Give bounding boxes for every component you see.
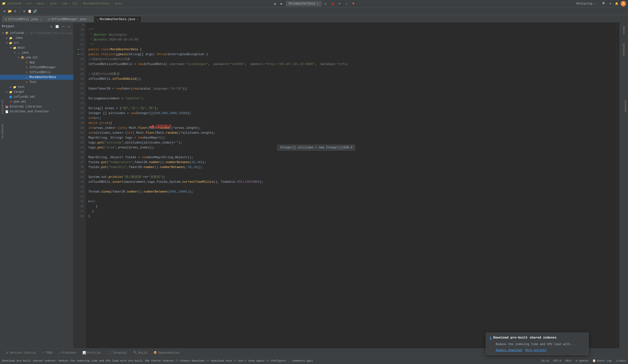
sidebar-close-icon[interactable]: ✕ bbox=[67, 24, 72, 29]
folder-tree-icon[interactable]: 📂 bbox=[7, 9, 12, 14]
gear-icon[interactable]: ⚙ bbox=[22, 9, 27, 14]
ln-30: 30 bbox=[76, 126, 84, 131]
java-folder-icon: ☕ bbox=[17, 51, 21, 55]
branch-text: main bbox=[620, 359, 626, 362]
user-avatar[interactable]: A bbox=[621, 1, 626, 6]
btab-build-icon: 🔨 bbox=[133, 351, 137, 355]
tree-item-influxdbutil[interactable]: J InfluxDBUtil bbox=[0, 70, 73, 75]
visualgc-panel-tab[interactable]: VisualGC bbox=[623, 98, 628, 114]
settings-button[interactable]: ⚙ bbox=[608, 1, 613, 6]
right-side-panels: VisualGC bbox=[623, 98, 628, 114]
database-panel-tab[interactable]: Database bbox=[621, 41, 626, 58]
tree-item-target[interactable]: ▶ 📁 target bbox=[0, 89, 73, 94]
copy-icon[interactable]: 📋 bbox=[27, 9, 32, 14]
event-log-label: Event Log bbox=[597, 359, 611, 362]
tab-influxdbmanager[interactable]: J InfluxDBManager.java ✕ bbox=[45, 16, 93, 22]
tab-mockweatherdata[interactable]: ☁ MockWeatherData.java ✕ bbox=[94, 16, 142, 22]
notif-more-actions[interactable]: More actions bbox=[525, 349, 546, 352]
run-gutter-icon-15[interactable]: ▶ bbox=[78, 52, 79, 57]
tree-item-mockweatherdata[interactable]: ☁ MockWeatherData bbox=[0, 75, 73, 80]
breadcrumb-text: influxdb – src – main – java – com – djt… bbox=[7, 2, 122, 5]
status-event-log[interactable]: 📋 Event Log bbox=[592, 359, 611, 362]
tree-item-test-folder[interactable]: ▶ 📁 test bbox=[0, 85, 73, 89]
tab-close-button[interactable]: ✕ bbox=[88, 18, 90, 21]
line-sep-text: CRLF bbox=[565, 359, 572, 362]
run-button[interactable]: ▶ bbox=[323, 1, 328, 6]
code-line-9 bbox=[88, 23, 614, 27]
coverage-button[interactable]: ☂ bbox=[337, 1, 342, 6]
tree-item-influxdbiml[interactable]: 🔷 influxdb.iml bbox=[0, 94, 73, 99]
right-gutter-scrollbar[interactable] bbox=[616, 23, 619, 348]
tree-item-test[interactable]: J Test bbox=[0, 80, 73, 85]
code-line-24: String measurement = "weather"; bbox=[88, 96, 614, 101]
tree-item-comdyt[interactable]: ▼ 📦 com.djt bbox=[0, 55, 73, 60]
stop-button[interactable]: ■ bbox=[351, 1, 356, 6]
tree-item-idea[interactable]: ▶ 📁 .idea bbox=[0, 36, 73, 40]
sidebar-gear-icon[interactable]: ⚙ bbox=[49, 24, 54, 29]
forward-button[interactable]: ▶ bbox=[279, 1, 284, 6]
btab-problems[interactable]: ⚠ Problems bbox=[56, 350, 79, 356]
breadcrumb: 📁 influxdb – src – main – java – com – d… bbox=[2, 2, 122, 5]
collapse-icon[interactable]: ⊟ bbox=[13, 9, 18, 14]
code-content[interactable]: /** * @author dajiangtai * @create 2020-… bbox=[86, 23, 616, 348]
notifications-button[interactable]: 🔔 bbox=[614, 1, 619, 6]
settings-icon[interactable]: ⚙ bbox=[2, 9, 7, 14]
debug-button[interactable]: 🐞 bbox=[330, 1, 335, 6]
tree-item-java[interactable]: ▼ ☕ java bbox=[0, 50, 73, 55]
toolbar-center: ◀ ▶ MockWeatherData ▾ ▶ 🐞 ☂ ⚡ ■ bbox=[272, 1, 356, 6]
back-button[interactable]: ◀ bbox=[272, 1, 277, 6]
indent-text: 4 spaces bbox=[575, 359, 588, 362]
run-gutter-icon-14[interactable]: ▶ bbox=[78, 47, 79, 52]
btab-profiler-icon: 📊 bbox=[82, 351, 86, 355]
ln-17: 17 bbox=[76, 62, 84, 67]
ln-21: 21 bbox=[76, 81, 84, 86]
status-line-sep[interactable]: CRLF bbox=[565, 359, 572, 362]
tree-item-main[interactable]: ▼ 📁 main bbox=[0, 45, 73, 50]
tree-item-app[interactable]: J App bbox=[0, 60, 73, 65]
ln-24: 24 bbox=[76, 96, 84, 101]
btab-version-control[interactable]: ⎇ Version Control bbox=[2, 350, 39, 356]
tab-close-button[interactable]: ✕ bbox=[40, 18, 41, 21]
bookmarks-panel-tab[interactable]: Bookmarks bbox=[0, 123, 5, 140]
tree-item-influxdb[interactable]: ▼ 📦 influxdb E:\学习\智能保障数\代码\influxdb bbox=[0, 31, 73, 36]
status-indent[interactable]: 4 spaces bbox=[575, 359, 588, 362]
sidebar-expand-icon[interactable]: ⬜ bbox=[55, 24, 60, 29]
link-icon[interactable]: 🔗 bbox=[33, 9, 38, 14]
code-line-31: int altitudes_index= (int) Math.floor(Ma… bbox=[88, 131, 614, 135]
code-line-28: int k=1; bbox=[88, 116, 614, 121]
run-config[interactable]: MockWeatherData ▾ bbox=[286, 1, 321, 6]
code-line-14: public class MockWeatherData { bbox=[88, 47, 614, 52]
tree-item-external-libraries[interactable]: ▶ 📚 External Libraries bbox=[0, 104, 73, 109]
btab-terminal[interactable]: ⬛ Terminal bbox=[105, 350, 130, 356]
tab-influxdbutil[interactable]: J InfluxDBUtil.java ✕ bbox=[2, 16, 45, 22]
ln-11: 11 bbox=[76, 32, 84, 37]
structure-panel-tab[interactable]: Structure bbox=[0, 98, 5, 116]
tree-arrow: ▼ bbox=[13, 52, 17, 54]
btab-todo[interactable]: ✓ TODO bbox=[40, 350, 56, 356]
ln-45: 45 bbox=[76, 199, 84, 204]
tree-item-pomxml[interactable]: M pom.xml bbox=[0, 99, 73, 104]
btab-dependencies[interactable]: 📦 Dependencies bbox=[151, 350, 182, 356]
sidebar-collapse-icon[interactable]: ➖ bbox=[61, 24, 66, 29]
ln-10: 10 bbox=[76, 27, 84, 32]
ln-9: 9 bbox=[76, 23, 84, 27]
tree-item-scratches[interactable]: 📄 Scratches and Consoles bbox=[0, 109, 73, 114]
profile-button[interactable]: ⚡ bbox=[344, 1, 349, 6]
tab-mock-icon: ☁ bbox=[97, 18, 99, 21]
btab-profiler[interactable]: 📊 Profiler bbox=[79, 350, 105, 356]
search-button[interactable]: 🔍 bbox=[602, 1, 606, 6]
code-line-10: /** bbox=[88, 27, 614, 32]
status-branch[interactable]: ⎇ main bbox=[616, 359, 626, 362]
status-encoding[interactable]: UTF-8 bbox=[553, 359, 561, 362]
sidebar-title: Project bbox=[2, 25, 14, 28]
btab-dependencies-label: Dependencies bbox=[158, 351, 179, 355]
notif-always-download[interactable]: Always download bbox=[496, 349, 522, 352]
status-position[interactable]: 15:21 bbox=[541, 359, 549, 362]
tree-item-influxdbmanager[interactable]: J InfluxDBManager bbox=[0, 65, 73, 70]
btab-build[interactable]: 🔨 Build bbox=[130, 350, 150, 356]
code-line-18 bbox=[88, 67, 614, 72]
tab-close-button[interactable]: ✕ bbox=[137, 18, 138, 21]
maven-panel-tab[interactable]: Maven bbox=[621, 24, 626, 37]
status-indexing[interactable]: Download pre-built shared indexes: Reduc… bbox=[2, 359, 313, 362]
tree-item-src[interactable]: ▼ 📂 src bbox=[0, 40, 73, 45]
